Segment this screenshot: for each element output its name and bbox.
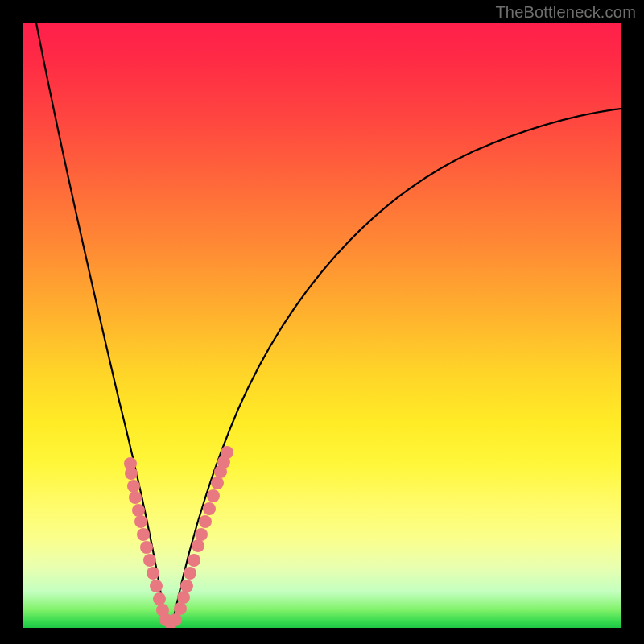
sample-dot bbox=[137, 528, 150, 541]
sample-dot bbox=[211, 477, 224, 489]
bottleneck-curve-svg bbox=[23, 23, 621, 628]
sample-dot bbox=[192, 539, 204, 552]
sample-dot bbox=[180, 580, 193, 592]
curve-right-branch bbox=[172, 107, 621, 625]
sample-points-group bbox=[124, 446, 233, 628]
chart-frame bbox=[23, 23, 621, 628]
sample-dot bbox=[169, 613, 182, 626]
sample-dot bbox=[134, 515, 147, 528]
sample-dot bbox=[177, 591, 190, 604]
sample-dot bbox=[184, 567, 196, 580]
sample-dot bbox=[174, 602, 187, 615]
sample-dot bbox=[221, 446, 233, 459]
sample-dot bbox=[195, 528, 208, 541]
sample-dot bbox=[125, 467, 138, 480]
sample-dot bbox=[143, 554, 156, 567]
sample-dot bbox=[153, 592, 166, 605]
sample-dot bbox=[207, 489, 220, 502]
sample-dot bbox=[199, 515, 212, 528]
sample-dot bbox=[132, 504, 145, 517]
sample-dot bbox=[147, 567, 159, 580]
sample-dot bbox=[140, 541, 153, 554]
sample-dot bbox=[150, 580, 163, 592]
watermark-text: TheBottleneck.com bbox=[495, 3, 636, 22]
sample-dot bbox=[203, 502, 216, 515]
sample-dot bbox=[127, 480, 140, 493]
sample-dot bbox=[188, 554, 200, 567]
sample-dot bbox=[129, 491, 142, 504]
